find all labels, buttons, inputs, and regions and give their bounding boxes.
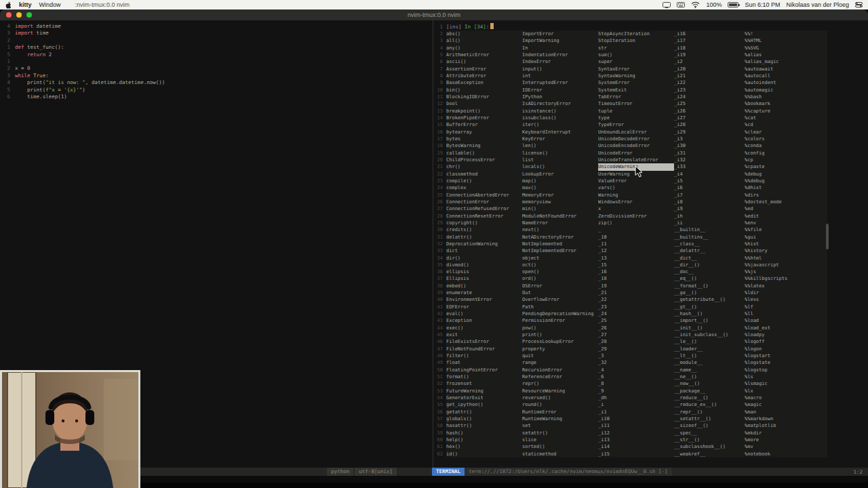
completion-item[interactable]: ConnectionResetError [446, 213, 522, 220]
completion-item[interactable]: _13 [598, 255, 674, 262]
completion-item[interactable]: %lf [745, 304, 827, 310]
completion-item[interactable]: __ge__() [674, 289, 745, 296]
completion-item[interactable]: embed() [446, 283, 522, 289]
completion-item[interactable]: %%killbgscripts [745, 275, 827, 282]
completion-item[interactable]: Ellipsis [446, 275, 522, 282]
completion-item[interactable]: %mkdir [745, 430, 827, 436]
completion-item[interactable]: _i22 [674, 79, 745, 86]
completion-item[interactable]: %logstate [745, 359, 827, 366]
completion-item[interactable]: frozenset [446, 380, 522, 387]
completion-item[interactable]: %autoawait [745, 66, 827, 73]
completion-item[interactable]: setattr() [522, 430, 598, 436]
completion-item[interactable]: _i28 [674, 121, 745, 128]
completion-item[interactable]: __ne__() [674, 373, 745, 380]
completion-item[interactable]: __le__() [674, 338, 745, 345]
completion-item[interactable]: %autoindent [745, 79, 827, 86]
completion-item[interactable]: bytearray [446, 129, 522, 136]
completion-item[interactable]: %dirs [745, 192, 827, 199]
completion-item[interactable]: InterruptedError [522, 79, 598, 86]
completion-item[interactable]: id() [446, 451, 522, 458]
completion-item[interactable]: _i32 [674, 157, 745, 163]
completion-item[interactable]: IPython [522, 94, 598, 100]
completion-item[interactable]: max() [522, 184, 598, 191]
completion-item[interactable]: _3 [598, 352, 674, 359]
completion-item[interactable]: _27 [598, 331, 674, 338]
completion-item[interactable]: IndentationError [522, 52, 598, 58]
completion-item[interactable]: AssertionError [446, 66, 522, 73]
completion-item[interactable]: PermissionError [522, 317, 598, 324]
completion-item[interactable]: __reduce_ex__() [674, 401, 745, 408]
completion-item[interactable]: %config [745, 150, 827, 157]
menu-app-name[interactable]: kitty [19, 1, 32, 8]
close-button[interactable] [6, 12, 12, 18]
completion-item[interactable]: _ii [674, 220, 745, 226]
completion-item[interactable]: %%latex [745, 283, 827, 289]
completion-item[interactable]: ProcessLookupError [522, 338, 598, 345]
completion-item[interactable]: GeneratorExit [446, 394, 522, 401]
completion-item[interactable]: %magic [745, 401, 827, 408]
completion-item[interactable]: Warning [598, 192, 674, 199]
completion-item[interactable]: WindowsError [598, 199, 674, 205]
completion-item[interactable]: __dir__() [674, 262, 745, 268]
completion-item[interactable]: __gt__() [674, 304, 745, 310]
completion-item[interactable]: _i4 [674, 171, 745, 178]
completion-item[interactable]: ReferenceError [522, 373, 598, 380]
completion-item[interactable]: %lx [745, 388, 827, 394]
completion-item[interactable]: __builtin__ [674, 226, 745, 233]
completion-item[interactable]: SyntaxWarning [598, 73, 674, 79]
completion-item[interactable]: %man [745, 409, 827, 415]
completion-item[interactable]: OSError [522, 283, 598, 289]
completion-item[interactable]: filter() [446, 352, 522, 359]
completion-item[interactable]: compile() [446, 178, 522, 184]
completion-item[interactable]: In [522, 45, 598, 52]
battery-icon[interactable] [728, 2, 738, 7]
completion-item[interactable]: divmod() [446, 262, 522, 268]
completion-item[interactable]: TimeoutError [598, 100, 674, 107]
completion-item[interactable]: %cd [745, 121, 827, 128]
completion-item[interactable]: %ed [745, 205, 827, 212]
completion-item[interactable]: %more [745, 436, 827, 443]
completion-item[interactable]: locals() [522, 163, 598, 170]
completion-item[interactable]: range [522, 359, 598, 366]
completion-item[interactable]: %debug [745, 171, 827, 178]
completion-item[interactable]: %edit [745, 213, 827, 220]
completion-item[interactable]: exec() [446, 325, 522, 331]
completion-item[interactable]: SyntaxError [598, 66, 674, 73]
completion-item[interactable]: _i1 [598, 409, 674, 415]
completion-item[interactable]: _28 [598, 338, 674, 345]
completion-item[interactable]: EnvironmentError [446, 296, 522, 303]
completion-item[interactable]: ResourceWarning [522, 388, 598, 394]
completion-item[interactable]: BufferError [446, 121, 522, 128]
completion-item[interactable]: _i5 [674, 178, 745, 184]
completion-item[interactable]: KeyboardInterrupt [522, 129, 598, 136]
completion-item[interactable]: object [522, 255, 598, 262]
completion-item[interactable]: %notebook [745, 451, 827, 458]
completion-item[interactable]: input() [522, 66, 598, 73]
completion-item[interactable]: _i11 [598, 422, 674, 429]
completion-item[interactable]: _26 [598, 325, 674, 331]
completion-item[interactable]: %%javascript [745, 262, 827, 268]
completion-item[interactable]: hex() [446, 443, 522, 450]
completion-item[interactable]: _i [598, 401, 674, 408]
completion-item[interactable]: copyright() [446, 220, 522, 226]
completion-item[interactable]: __getattribute__() [674, 296, 745, 303]
completion-item[interactable]: EOFError [446, 304, 522, 310]
completion-item[interactable]: ConnectionRefusedError [446, 205, 522, 212]
minimize-button[interactable] [16, 12, 22, 18]
completion-item[interactable]: __import__() [674, 317, 745, 324]
completion-item[interactable]: %%markdown [745, 415, 827, 422]
completion-item[interactable]: _25 [598, 317, 674, 324]
completion-item[interactable]: __lt__() [674, 352, 745, 359]
completion-item[interactable]: getattr() [446, 409, 522, 415]
completion-item[interactable]: TypeError [598, 121, 674, 128]
completion-item[interactable]: _i33 [674, 163, 745, 170]
completion-item[interactable]: ImportError [522, 30, 598, 37]
completion-item[interactable]: float [446, 359, 522, 366]
completion-item[interactable]: _i6 [674, 184, 745, 191]
completion-item[interactable]: %load_ext [745, 325, 827, 331]
completion-item[interactable]: _i8 [674, 199, 745, 205]
completion-item[interactable]: __delattr__ [674, 247, 745, 254]
completion-item[interactable]: %%file [745, 226, 827, 233]
completion-item[interactable]: UnicodeError [598, 150, 674, 157]
completion-item[interactable]: _23 [598, 304, 674, 310]
